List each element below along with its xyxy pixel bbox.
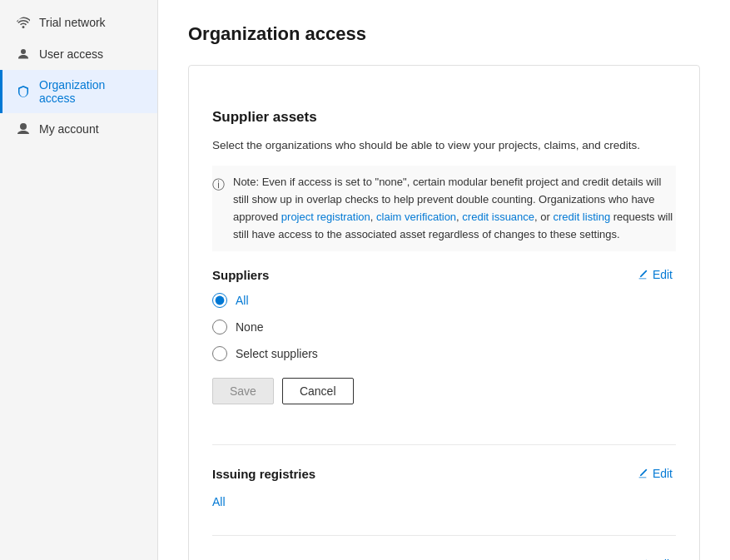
suppliers-edit-button[interactable]: Edit — [633, 266, 676, 283]
note-box: ⓘ Note: Even if access is set to "none",… — [212, 166, 676, 251]
sidebar-item-my-account[interactable]: My account — [0, 113, 157, 145]
action-buttons: Save Cancel — [212, 378, 676, 424]
radio-none-label: None — [236, 320, 263, 334]
radio-all-input[interactable] — [212, 293, 227, 308]
radio-select-label: Select suppliers — [236, 347, 318, 360]
issuing-registries-value: All — [212, 492, 676, 515]
issuing-registries-title: Issuing registries — [212, 467, 315, 481]
organization-access-card: Supplier assets Select the organizations… — [188, 65, 700, 560]
sidebar-label-trial-network: Trial network — [39, 16, 106, 29]
radio-all-label: All — [236, 294, 249, 307]
supplier-assets-description: Select the organizations who should be a… — [212, 137, 676, 154]
page-title: Organization access — [188, 23, 700, 45]
note-text: Note: Even if access is set to "none", c… — [233, 174, 676, 243]
supplier-assets-section: Supplier assets Select the organizations… — [212, 89, 676, 445]
cancel-button[interactable]: Cancel — [282, 378, 354, 404]
suppliers-header: Suppliers Edit — [212, 266, 676, 283]
supplier-radio-group: All None Select suppliers — [212, 293, 676, 361]
sidebar-item-trial-network[interactable]: Trial network — [0, 7, 157, 38]
radio-select-suppliers[interactable]: Select suppliers — [212, 346, 676, 361]
validation-verification-section: Validation and verification bodies Edit … — [212, 536, 676, 560]
sidebar: Trial network User access Organization a… — [0, 0, 158, 560]
radio-none[interactable]: None — [212, 320, 676, 335]
edit-pencil-icon-2 — [637, 468, 648, 479]
suppliers-label: Suppliers — [212, 268, 269, 282]
radio-select-input[interactable] — [212, 346, 227, 361]
info-icon: ⓘ — [212, 175, 225, 243]
sidebar-label-user-access: User access — [39, 47, 103, 61]
supplier-assets-title: Supplier assets — [212, 109, 676, 126]
shield-icon — [16, 84, 31, 99]
radio-all[interactable]: All — [212, 293, 676, 308]
sidebar-label-organization-access: Organization access — [39, 78, 144, 105]
account-icon — [16, 121, 31, 136]
save-button[interactable]: Save — [212, 378, 274, 404]
sidebar-label-my-account: My account — [39, 122, 99, 136]
sidebar-item-organization-access[interactable]: Organization access — [0, 70, 157, 113]
main-content: Organization access Supplier assets Sele… — [158, 0, 730, 560]
sidebar-item-user-access[interactable]: User access — [0, 38, 157, 70]
validation-verification-header: Validation and verification bodies Edit — [212, 556, 676, 560]
issuing-registries-header: Issuing registries Edit — [212, 465, 676, 482]
validation-verification-edit-button[interactable]: Edit — [633, 556, 676, 560]
radio-none-input[interactable] — [212, 320, 227, 335]
wifi-icon — [16, 15, 31, 30]
issuing-registries-section: Issuing registries Edit All — [212, 445, 676, 536]
issuing-registries-edit-button[interactable]: Edit — [633, 465, 676, 482]
edit-pencil-icon — [637, 269, 648, 280]
person-icon — [16, 47, 31, 62]
